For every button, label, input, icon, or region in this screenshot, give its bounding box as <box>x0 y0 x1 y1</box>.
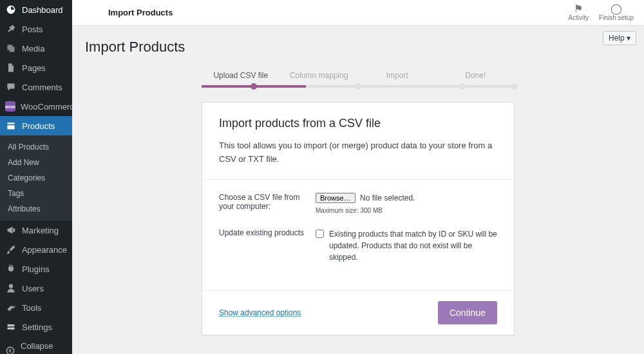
step-column-mapping: Column mapping <box>280 71 359 86</box>
choose-file-label: Choose a CSV file from your computer: <box>219 193 316 211</box>
card-description: This tool allows you to import (or merge… <box>219 139 497 166</box>
sidebar-item-settings[interactable]: Settings <box>0 317 72 337</box>
sidebar-item-media[interactable]: Media <box>0 39 72 58</box>
submenu-add-new[interactable]: Add New <box>0 155 72 170</box>
sidebar-label: Products <box>22 121 55 131</box>
sidebar-label: Dashboard <box>22 5 63 15</box>
finish-setup-button[interactable]: ◯ Finish setup <box>599 4 634 21</box>
sidebar-label: Appearance <box>22 245 67 255</box>
sidebar-item-marketing[interactable]: Marketing <box>0 221 72 240</box>
sidebar-label: Users <box>22 284 44 293</box>
sidebar-label: Media <box>22 44 44 54</box>
dashboard-icon <box>5 5 17 15</box>
stepper: Upload CSV file Column mapping Import Do… <box>202 71 515 88</box>
admin-sidebar: Dashboard Posts Media Pages Comments woo… <box>0 0 72 354</box>
continue-button[interactable]: Continue <box>438 301 497 324</box>
top-bar: Import Products ⚑ Activity ◯ Finish setu… <box>72 0 644 26</box>
media-icon <box>5 43 17 54</box>
update-existing-checkbox[interactable] <box>316 230 324 238</box>
import-card: Import products from a CSV file This too… <box>202 102 515 335</box>
sidebar-item-woocommerce[interactable]: woo WooCommerce <box>0 97 72 116</box>
card-header: Import products from a CSV file This too… <box>202 103 514 180</box>
sidebar-label: Marketing <box>22 226 59 235</box>
update-existing-description: Existing products that match by ID or SK… <box>329 228 497 263</box>
step-label: Import <box>358 71 437 86</box>
content-area: Help ▾ Import Products Upload CSV file C… <box>72 26 644 354</box>
help-button[interactable]: Help ▾ <box>603 31 636 45</box>
topbar-title: Import Products <box>108 8 173 17</box>
card-footer: Show advanced options Continue <box>202 290 514 335</box>
card-title: Import products from a CSV file <box>219 117 497 130</box>
sidebar-label: Pages <box>22 63 46 73</box>
activity-button[interactable]: ⚑ Activity <box>568 4 589 21</box>
submenu-categories[interactable]: Categories <box>0 170 72 186</box>
sidebar-label: WooCommerce <box>21 102 79 112</box>
step-label: Done! <box>437 71 515 86</box>
browse-button[interactable]: Browse… <box>316 193 355 203</box>
sidebar-label: Posts <box>22 25 43 34</box>
comment-icon <box>5 82 17 92</box>
max-size-hint: Maximum size: 300 MB <box>316 207 497 214</box>
user-icon <box>5 283 17 293</box>
circle-icon: ◯ <box>611 4 622 14</box>
step-label: Column mapping <box>280 71 359 86</box>
page-icon <box>5 63 17 73</box>
submenu-tags[interactable]: Tags <box>0 186 72 201</box>
plug-icon <box>5 264 17 274</box>
show-advanced-link[interactable]: Show advanced options <box>219 308 301 317</box>
products-icon <box>5 121 17 131</box>
sidebar-item-products[interactable]: Products <box>0 116 72 135</box>
update-existing-label: Update existing products <box>219 228 316 237</box>
step-import: Import <box>358 71 437 86</box>
settings-icon <box>5 322 17 332</box>
choose-file-row: Choose a CSV file from your computer: Br… <box>219 193 497 214</box>
sidebar-label: Tools <box>22 303 41 313</box>
sidebar-label: Plugins <box>22 264 50 274</box>
woocommerce-icon: woo <box>5 101 15 112</box>
step-upload: Upload CSV file <box>202 71 280 86</box>
flag-icon: ⚑ <box>574 4 583 14</box>
topbar-actions: ⚑ Activity ◯ Finish setup <box>568 4 634 21</box>
sidebar-label: Collapse menu <box>21 341 67 354</box>
sidebar-item-posts[interactable]: Posts <box>0 19 72 39</box>
brush-icon <box>5 244 17 255</box>
page-title: Import Products <box>85 39 631 55</box>
sidebar-label: Comments <box>22 83 62 92</box>
megaphone-icon <box>5 225 17 235</box>
sidebar-item-plugins[interactable]: Plugins <box>0 259 72 279</box>
step-label: Upload CSV file <box>202 71 280 86</box>
submenu-all-products[interactable]: All Products <box>0 139 72 155</box>
submenu-attributes[interactable]: Attributes <box>0 201 72 217</box>
update-existing-row: Update existing products Existing produc… <box>219 228 497 263</box>
pin-icon <box>5 24 17 34</box>
sidebar-item-dashboard[interactable]: Dashboard <box>0 0 72 19</box>
collapse-icon <box>5 346 15 354</box>
wrench-icon <box>5 302 17 313</box>
products-submenu: All Products Add New Categories Tags Att… <box>0 135 72 221</box>
sidebar-label: Settings <box>22 322 52 332</box>
activity-label: Activity <box>568 14 589 21</box>
file-status: No file selected. <box>360 193 415 202</box>
sidebar-item-collapse[interactable]: Collapse menu <box>0 337 72 354</box>
sidebar-item-tools[interactable]: Tools <box>0 298 72 317</box>
step-progress-line <box>202 85 515 88</box>
sidebar-item-comments[interactable]: Comments <box>0 77 72 97</box>
sidebar-item-appearance[interactable]: Appearance <box>0 240 72 259</box>
step-done: Done! <box>437 71 515 86</box>
sidebar-item-users[interactable]: Users <box>0 279 72 298</box>
sidebar-item-pages[interactable]: Pages <box>0 58 72 77</box>
svg-point-0 <box>6 347 14 354</box>
card-body: Choose a CSV file from your computer: Br… <box>202 180 514 290</box>
finish-label: Finish setup <box>599 14 634 21</box>
